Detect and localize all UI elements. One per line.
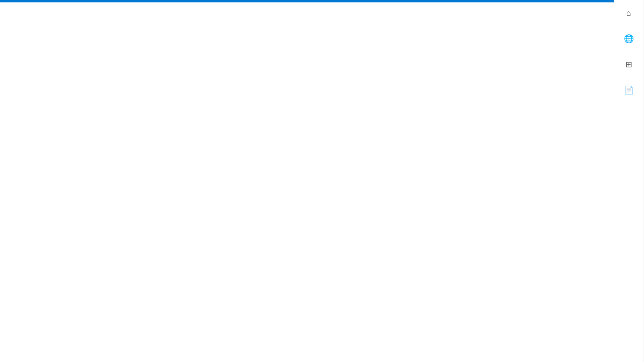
top-bar xyxy=(0,0,614,2)
home-icon[interactable]: ⌂ xyxy=(620,4,638,22)
doc-icon[interactable]: 📄 xyxy=(620,81,638,99)
globe-icon[interactable]: 🌐 xyxy=(620,30,638,47)
grid-icon[interactable]: ⊞ xyxy=(620,56,638,73)
icon-rail: ⌂ 🌐 ⊞ 📄 xyxy=(614,0,644,362)
